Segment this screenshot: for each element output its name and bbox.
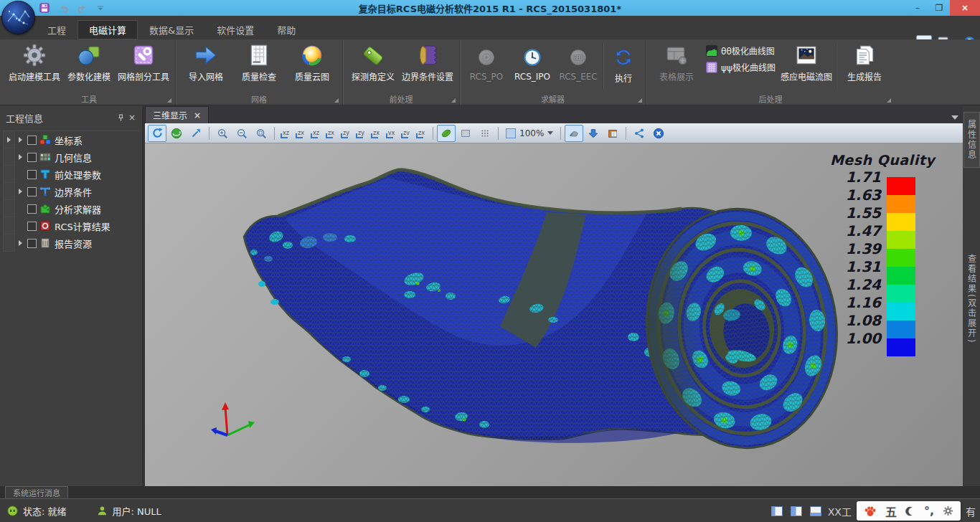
tree-item-3[interactable]: 边界条件 [3, 183, 139, 200]
zoom-window-icon[interactable] [252, 125, 270, 142]
tree-checkbox[interactable] [27, 222, 37, 231]
ime-paw-icon[interactable] [864, 505, 877, 518]
scene-browser-icon[interactable] [603, 125, 622, 142]
tree-checkbox[interactable] [27, 153, 37, 162]
tree-item-4[interactable]: 分析求解器 [3, 200, 139, 217]
tree-expander-icon[interactable] [15, 223, 26, 229]
quality-check-button[interactable]: 质量检查 [232, 40, 286, 82]
parametric-modeling-button[interactable]: 参数化建模 [62, 40, 116, 82]
tab-system-messages[interactable]: 系统运行消息 [5, 486, 68, 498]
layout-left-panel-icon[interactable] [770, 505, 784, 518]
rcs-ipo-button[interactable]: RCS_IPO [509, 40, 555, 82]
tab-3d-display[interactable]: 三维显示 × [145, 106, 209, 123]
zoom-out-icon[interactable] [232, 125, 251, 142]
delete-view-icon[interactable] [649, 125, 668, 142]
points-view-icon[interactable] [476, 125, 494, 142]
ime-wubi-mode[interactable]: 五 [885, 503, 897, 520]
ime-toolbar[interactable]: 五 °, [857, 501, 961, 521]
close-button[interactable]: × [950, 0, 980, 16]
sync-arrows-icon [613, 47, 633, 67]
mesh-quality-view-icon[interactable] [565, 125, 583, 142]
share-link-icon[interactable] [630, 125, 649, 142]
layout-bottom-panel-icon[interactable] [809, 505, 823, 518]
tree-checkbox[interactable] [27, 187, 37, 196]
view-preset-zx-3[interactable]: zx [324, 126, 339, 141]
menu-tab-4[interactable]: 帮助 [265, 20, 307, 39]
menu-tab-3[interactable]: 软件设置 [205, 20, 265, 39]
tab-list-dropdown-icon[interactable] [951, 115, 958, 120]
zoom-in-icon[interactable] [213, 125, 232, 142]
import-mesh-button[interactable]: 导入网格 [179, 40, 232, 82]
app-logo[interactable] [1, 1, 35, 34]
generate-report-button[interactable]: 生成报告 [838, 40, 891, 82]
tree-checkbox[interactable] [27, 204, 37, 214]
message-strip: 系统运行消息 [0, 486, 980, 498]
layout-left-wide-icon[interactable] [789, 505, 804, 518]
menu-tab-0[interactable]: 工程 [36, 20, 77, 39]
shaded-view-icon[interactable] [437, 125, 456, 142]
tab-view-results[interactable]: 查看结果(双击展开) [966, 254, 978, 343]
tree-item-0[interactable]: 坐标系 [3, 131, 139, 148]
undo-icon[interactable] [57, 2, 69, 14]
tree-checkbox[interactable] [27, 136, 37, 145]
restore-button[interactable]: ❐ [928, 0, 950, 16]
tree-checkbox[interactable] [27, 170, 37, 179]
view-preset-vx-7[interactable]: vx [384, 126, 399, 141]
tree-expander-icon[interactable] [15, 189, 26, 194]
view-preset-zy-4[interactable]: zy [339, 126, 354, 141]
panel-close-icon[interactable]: × [126, 113, 138, 123]
tree-item-6[interactable]: 报告资源 [3, 234, 139, 252]
3d-viewport-canvas[interactable]: Mesh Quality 1.711.631.551.471.391.311.2… [145, 143, 963, 486]
minimize-button[interactable]: – [907, 0, 928, 16]
legend-value-4: 1.39 [828, 242, 881, 256]
rotate-view-icon[interactable] [148, 125, 166, 142]
tree-item-1[interactable]: 几何信息 [3, 148, 139, 166]
ime-moon-icon[interactable] [905, 506, 915, 516]
ribbon-group-postprocess: 表格展示 θθ极化曲线图 ψψ极化曲线图 [646, 40, 895, 105]
tab-close-icon[interactable]: × [194, 110, 201, 120]
view-preset-xz-0[interactable]: xz [278, 126, 293, 141]
tree-item-2[interactable]: 前处理参数 [3, 166, 139, 183]
ime-settings-gear-icon[interactable] [943, 506, 953, 516]
pan-zoom-arrow-icon[interactable] [187, 125, 205, 142]
theta-polarization-button[interactable]: θθ极化曲线图 [706, 44, 776, 57]
view-preset-zy-5[interactable]: zy [354, 126, 369, 141]
pin-icon[interactable] [115, 113, 126, 123]
save-icon[interactable] [39, 2, 50, 14]
tree-expander-icon[interactable] [15, 154, 26, 160]
boundary-settings-button[interactable]: 边界条件设置 [400, 40, 456, 82]
mesh-tool-button[interactable]: 网格剖分工具 [116, 40, 171, 82]
view-preset-zv-8[interactable]: zv [399, 126, 414, 141]
rcs-po-button[interactable]: RCS_PO [463, 40, 509, 82]
tree-checkbox[interactable] [27, 239, 37, 248]
view-preset-xz-2[interactable]: xz [308, 126, 324, 141]
view-preset-zx-1[interactable]: zx [293, 126, 308, 141]
quick-access-dropdown-icon[interactable] [95, 2, 106, 14]
em-current-map-button[interactable]: 感应电磁流图 [778, 40, 834, 82]
quality-cloud-button[interactable]: 质量云图 [286, 40, 339, 82]
tab-property-info[interactable]: 属性信息 [963, 112, 980, 168]
tree-gutter-cell [3, 131, 15, 148]
ime-punct-mode[interactable]: °, [924, 504, 934, 518]
view-preset-zx-6[interactable]: zx [369, 126, 384, 141]
redo-icon[interactable] [76, 2, 88, 14]
tree-expander-icon[interactable] [15, 240, 26, 246]
menu-tab-1[interactable]: 电磁计算 [77, 20, 138, 39]
view-preset-zx-9[interactable]: zx [414, 126, 429, 141]
tree-expander-icon[interactable] [15, 171, 26, 177]
down-arrow-icon[interactable] [584, 125, 603, 142]
orbit-icon[interactable] [167, 125, 186, 142]
table-display-button[interactable]: 表格展示 [650, 40, 703, 82]
tree-expander-icon[interactable] [15, 137, 26, 143]
tree-expander-icon[interactable] [15, 206, 26, 212]
probe-angle-button[interactable]: 探测角定义 [347, 40, 400, 82]
launch-modeler-button[interactable]: 启动建模工具 [6, 40, 62, 82]
zoom-level-control[interactable]: 100% [502, 128, 557, 138]
rcs-eec-button[interactable]: RCS_EEC [555, 40, 601, 82]
psi-polarization-button[interactable]: ψψ极化曲线图 [706, 61, 776, 73]
menu-tab-2[interactable]: 数据&显示 [138, 20, 205, 39]
tree-item-5[interactable]: RCS计算结果 [3, 217, 139, 234]
wireframe-view-icon[interactable] [456, 125, 475, 142]
zoom-dropdown-icon[interactable] [547, 131, 553, 135]
execute-button[interactable]: 执行 [605, 40, 642, 84]
